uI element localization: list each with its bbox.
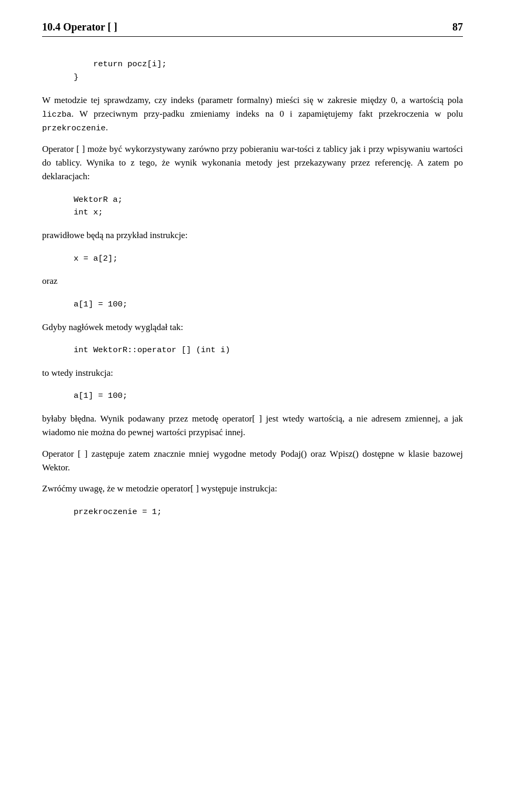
paragraph-4: Gdyby nagłówek metody wyglądał tak: [42,321,463,334]
code-block-przekroczenie: przekroczenie = 1; [74,506,463,519]
code-return-text: return pocz[i]; } [74,59,167,82]
header-title: 10.4 Operator [ ] [42,21,117,33]
code-a1-100-first: a[1] = 100; [74,300,127,309]
code-block-x-assign: x = a[2]; [74,252,463,265]
para-1-code-przekroczenie: przekroczenie [42,124,106,133]
paragraph-7: Operator [ ] zastępuje zatem znacznie mn… [42,447,463,475]
content: return pocz[i]; } W metodzie tej sprawdz… [42,58,463,518]
code-block-declarations: WektorR a; int x; [74,193,463,220]
code-x-a2: x = a[2]; [74,254,118,263]
paragraph-5: to wtedy instrukcja: [42,366,463,380]
page: 10.4 Operator [ ] 87 return pocz[i]; } W… [0,0,505,812]
paragraph-3: prawidłowe będą na przykład instrukcje: [42,229,463,242]
para-1-code-liczba: liczba [42,110,72,119]
code-block-operator-header: int WektorR::operator [] (int i) [74,344,463,357]
paragraph-8: Zwróćmy uwagę, że w metodzie operator[ ]… [42,482,463,496]
page-header: 10.4 Operator [ ] 87 [42,21,463,37]
code-przekroczenie-assign: przekroczenie = 1; [74,507,161,517]
code-block-a1-100-second: a[1] = 100; [74,389,463,403]
code-block-a1-100-first: a[1] = 100; [74,298,463,311]
code-block-return: return pocz[i]; } [74,58,463,84]
paragraph-1: W metodzie tej sprawdzamy, czy indeks (p… [42,94,463,135]
code-int-x: int x; [74,208,103,217]
label-oraz: oraz [42,274,463,288]
header-page-num: 87 [452,21,463,33]
code-wektorra: WektorR a; [74,195,123,204]
code-a1-100-second: a[1] = 100; [74,391,127,400]
para-1-text-a: W metodzie tej sprawdzamy, czy indeks (p… [42,95,463,105]
para-1-dot: . [106,122,108,132]
para-1-text-b: . W przeciwnym przy-padku zmieniamy inde… [72,109,463,119]
paragraph-2: Operator [ ] może być wykorzystywany zar… [42,142,463,184]
paragraph-6: byłaby błędna. Wynik podawany przez meto… [42,412,463,440]
code-operator-header: int WektorR::operator [] (int i) [74,345,230,355]
